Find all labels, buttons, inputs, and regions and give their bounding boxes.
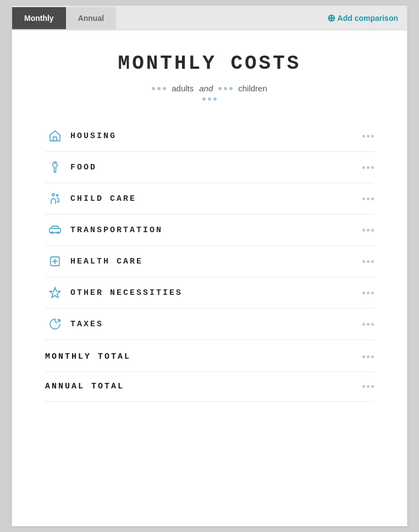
other-dots — [362, 292, 374, 294]
cost-item-childcare[interactable]: CHILD CARE — [45, 183, 374, 215]
cost-item-other[interactable]: OTHER NECESSITIES — [45, 277, 374, 309]
add-comparison-label: Add comparison — [338, 14, 398, 23]
dot — [213, 97, 217, 101]
main-card: Monthly Annual ⊕ Add comparison MONTHLY … — [12, 6, 407, 526]
annual-total-row[interactable]: ANNUAL TOTAL — [45, 372, 374, 402]
plus-circle-icon: ⊕ — [327, 12, 335, 24]
monthly-total-label: MONTHLY TOTAL — [45, 352, 362, 361]
housing-dots — [362, 135, 374, 138]
house-icon — [45, 129, 65, 142]
svg-point-5 — [57, 232, 59, 234]
annual-total-label: ANNUAL TOTAL — [45, 382, 362, 391]
transportation-dots — [362, 229, 374, 232]
healthcare-dots — [362, 260, 374, 263]
cost-item-housing[interactable]: HOUSING — [45, 120, 374, 152]
dot — [163, 87, 166, 90]
cost-item-healthcare[interactable]: HEALTH CARE — [45, 246, 374, 277]
monthly-total-dots — [362, 355, 374, 358]
adults-label: adults — [172, 84, 194, 93]
other-icon — [45, 286, 65, 299]
dot — [229, 87, 233, 90]
cost-item-transportation[interactable]: TRANSPORTATION — [45, 215, 374, 246]
svg-point-1 — [52, 194, 54, 196]
main-content: MONTHLY COSTS adults and children — [12, 30, 407, 424]
center-dots — [45, 97, 374, 101]
taxes-icon — [45, 317, 65, 331]
children-label: children — [238, 84, 267, 93]
childcare-icon — [45, 192, 65, 205]
dot — [157, 87, 161, 90]
cost-item-food[interactable]: FOOD — [45, 152, 374, 183]
children-dots — [218, 87, 233, 90]
childcare-label: CHILD CARE — [70, 194, 362, 204]
tab-bar: Monthly Annual ⊕ Add comparison — [12, 6, 407, 30]
taxes-dots — [362, 323, 374, 326]
totals-section: MONTHLY TOTAL ANNUAL TOTAL — [45, 342, 374, 402]
dot — [208, 97, 211, 101]
tab-monthly[interactable]: Monthly — [12, 7, 66, 29]
housing-label: HOUSING — [70, 131, 362, 141]
dot — [202, 97, 206, 101]
cost-item-taxes[interactable]: TAXES — [45, 309, 374, 340]
other-label: OTHER NECESSITIES — [70, 288, 362, 298]
dot — [152, 87, 155, 90]
healthcare-icon — [45, 255, 65, 268]
svg-point-2 — [57, 195, 58, 196]
taxes-label: TAXES — [70, 320, 362, 329]
childcare-dots — [362, 198, 374, 200]
cost-list: HOUSING FOOD — [45, 120, 374, 340]
food-dots — [362, 166, 374, 169]
transportation-icon — [45, 223, 65, 237]
and-label: and — [199, 84, 213, 93]
svg-point-4 — [52, 232, 53, 234]
monthly-total-row[interactable]: MONTHLY TOTAL — [45, 342, 374, 372]
adults-dots — [152, 87, 166, 90]
app-container: Monthly Annual ⊕ Add comparison MONTHLY … — [0, 0, 419, 532]
dot — [218, 87, 222, 90]
food-label: FOOD — [70, 163, 362, 172]
food-icon — [45, 161, 65, 174]
page-title: MONTHLY COSTS — [45, 52, 374, 75]
annual-total-dots — [362, 385, 374, 388]
add-comparison-button[interactable]: ⊕ Add comparison — [327, 12, 398, 24]
healthcare-label: HEALTH CARE — [70, 257, 362, 266]
tab-annual[interactable]: Annual — [66, 7, 116, 29]
dot — [224, 87, 227, 90]
transportation-label: TRANSPORTATION — [70, 226, 362, 235]
subtitle-row: adults and children — [45, 84, 374, 93]
